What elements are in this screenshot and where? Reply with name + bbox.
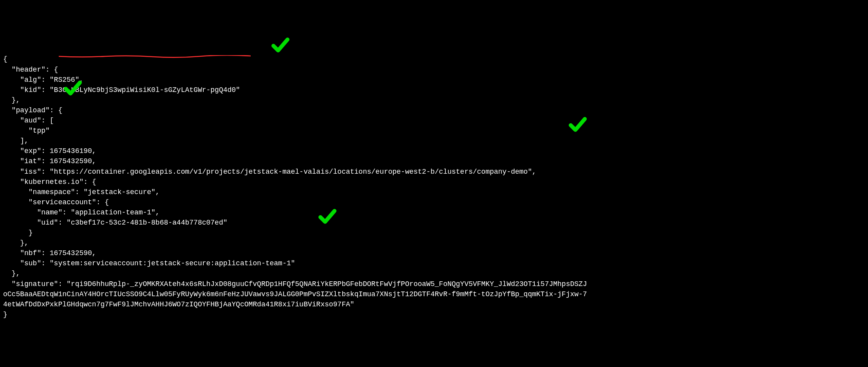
code-line-signature: "signature": "rqi9D6hhuRplp-_zyOMKRXAteh… xyxy=(3,280,587,288)
code-line: "kubernetes.io": { xyxy=(3,178,96,186)
code-line: "name": "application-team-1", xyxy=(3,209,160,216)
code-line: "namespace": "jetstack-secure", xyxy=(3,188,160,196)
json-code-block: { "header": { "alg": "RS256", "kid": "B3… xyxy=(3,44,865,320)
code-line: }, xyxy=(3,239,29,247)
code-line: ], xyxy=(3,137,29,145)
code-line: "aud": [ xyxy=(3,117,54,124)
code-line: }, xyxy=(3,96,20,104)
code-line-kid: "kid": "B3G-LBLyNc9bjS3wpiWisiK0l-sGZyLA… xyxy=(3,86,240,94)
code-line: { xyxy=(3,55,7,63)
code-line: "iat": 1675432590, xyxy=(3,157,96,165)
code-line: } xyxy=(3,311,7,318)
code-line-signature: oCc5BaaAEDtqW1nCinAY4HOrcTIUcSSO9C4Llw05… xyxy=(3,290,587,298)
code-line: "exp": 1675436190, xyxy=(3,147,96,155)
code-line-iss: "iss": "https://container.googleapis.com… xyxy=(3,168,536,176)
code-line: "header": { xyxy=(3,66,58,74)
checkmark-icon xyxy=(560,105,579,124)
code-line-sub: "sub": "system:serviceaccount:jetstack-s… xyxy=(3,259,295,267)
code-line: "uid": "c3bef17c-53c2-481b-8b68-a44b778c… xyxy=(3,219,228,227)
code-line: "payload": { xyxy=(3,106,62,114)
underline-annotation xyxy=(50,41,242,44)
code-line: }, xyxy=(3,270,20,277)
code-line-signature: 4etWAfDdDxPxkPlGHdqwcn7g7FwF9lJMchvAHHJ6… xyxy=(3,300,354,308)
checkmark-icon xyxy=(309,197,328,216)
code-line: "serviceaccount": { xyxy=(3,198,109,206)
checkmark-icon xyxy=(55,68,74,87)
code-line-aud-tpp: "tpp" xyxy=(3,127,50,135)
checkmark-icon xyxy=(262,25,281,44)
code-line: } xyxy=(3,229,33,237)
code-line: "nbf": 1675432590, xyxy=(3,249,96,257)
